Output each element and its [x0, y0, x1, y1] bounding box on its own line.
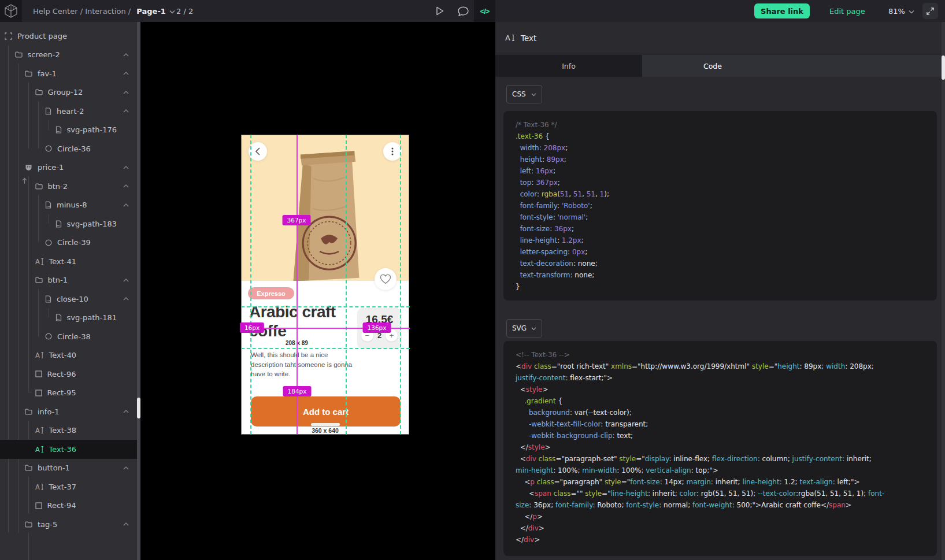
chevron-up-icon[interactable]	[123, 166, 129, 169]
code-line: <div class="paragraph-set" style="displa…	[516, 453, 925, 465]
chevron-up-icon[interactable]	[123, 109, 129, 113]
layer-row-svg-path-181[interactable]: svg-path-181	[0, 309, 137, 328]
chevron-up-icon[interactable]	[123, 72, 129, 75]
app-logo-icon[interactable]	[0, 0, 22, 22]
css-format-value: CSS	[512, 90, 526, 98]
sidebar-scrollbar-thumb[interactable]	[137, 398, 140, 418]
layer-row-rect-95[interactable]: Rect-95	[0, 384, 137, 403]
layer-row-close-10[interactable]: close-10	[0, 290, 137, 309]
chevron-up-icon[interactable]	[123, 466, 129, 470]
tab-info[interactable]: Info	[495, 55, 642, 77]
share-link-button[interactable]: Share link	[754, 3, 810, 18]
layer-row-heart-2[interactable]: heart-2	[0, 102, 137, 121]
code-panel-toggle[interactable]: </>	[474, 0, 495, 22]
product-title[interactable]: Arabic craft coffe	[249, 303, 350, 341]
selected-layer-type: Text	[521, 34, 536, 43]
layer-label: price-1	[38, 163, 64, 172]
layer-row-tag-5[interactable]: tag-5	[0, 515, 137, 534]
layer-row-btn-2[interactable]: btn-2	[0, 177, 137, 196]
layer-row-text-41[interactable]: AText-41	[0, 252, 137, 271]
layer-row-rect-94[interactable]: Rect-94	[0, 496, 137, 516]
layer-row-group-12[interactable]: Group-12	[0, 83, 137, 102]
rect-icon	[35, 502, 42, 509]
zoom-control[interactable]: 81%	[888, 0, 914, 22]
chevron-up-icon[interactable]	[123, 53, 129, 57]
layer-row-svg-path-183[interactable]: svg-path-183	[0, 214, 137, 233]
chevron-up-icon[interactable]	[123, 91, 129, 94]
code-line: text-transform: none;	[516, 269, 925, 281]
chevron-up-icon[interactable]	[123, 203, 129, 207]
layer-label: button-1	[38, 463, 70, 472]
back-chevron-icon	[255, 147, 260, 155]
measure-label-bottom: 184px	[283, 386, 312, 396]
topbar: Help Center / Interaction / Page-1 2 / 2…	[0, 0, 945, 22]
inspector-scrollbar-thumb[interactable]	[942, 55, 945, 80]
canvas[interactable]: Expresso Arabic craft coffe 208 x 89 16.…	[140, 22, 495, 560]
css-code-block[interactable]: /* Text-36 */.text-36 { width: 208px; he…	[503, 111, 937, 301]
svg-text:A: A	[35, 351, 40, 359]
fullscreen-button[interactable]	[922, 3, 938, 19]
chevron-up-icon[interactable]	[123, 410, 129, 413]
guide-right-margin	[400, 135, 401, 435]
layer-row-rect-96[interactable]: Rect-96	[0, 365, 137, 384]
category-tag[interactable]: Expresso	[248, 287, 294, 299]
css-format-dropdown[interactable]: CSS	[506, 85, 542, 103]
chevron-down-icon[interactable]	[169, 10, 175, 14]
file-icon	[55, 220, 62, 228]
tab-code[interactable]: Code	[642, 55, 783, 77]
text-icon: A	[35, 483, 44, 491]
layer-row-circle-36[interactable]: Circle-36	[0, 139, 137, 158]
product-image-area	[242, 135, 409, 281]
page-indicator: 2 / 2	[176, 0, 193, 22]
chevron-up-icon[interactable]	[123, 279, 129, 282]
layer-row-fav-1[interactable]: fav-1	[0, 64, 137, 83]
breadcrumb[interactable]: Help Center / Interaction / Page-1	[33, 0, 175, 22]
folder-icon	[35, 183, 43, 190]
guide-left-margin	[250, 135, 251, 435]
guide-text-top	[241, 306, 410, 307]
layer-row-circle-38[interactable]: Circle-38	[0, 327, 137, 346]
chevron-up-icon[interactable]	[123, 184, 129, 188]
chevron-up-icon[interactable]	[123, 522, 129, 526]
layer-row-screen-2[interactable]: screen-2	[0, 46, 137, 65]
layer-row-text-40[interactable]: AText-40	[0, 346, 137, 365]
layer-row-info-1[interactable]: info-1	[0, 402, 137, 421]
comment-button[interactable]	[454, 0, 472, 22]
circle-icon	[45, 239, 52, 246]
file-icon	[45, 107, 51, 115]
layer-row-minus-8[interactable]: minus-8	[0, 196, 137, 215]
measure-label-left: 16px	[240, 322, 264, 333]
rect-icon	[35, 370, 42, 377]
inspector-scrollbar[interactable]	[942, 22, 945, 560]
svg-code-block[interactable]: <!-- Text-36 --><div class="root rich-te…	[503, 341, 937, 556]
code-line: <p class="paragraph" style="font-size: 1…	[516, 476, 925, 488]
layer-row-text-38[interactable]: AText-38	[0, 421, 137, 440]
more-options-button[interactable]	[383, 142, 402, 161]
layer-row-price-1[interactable]: price-1	[0, 158, 137, 177]
text-icon: A	[35, 258, 44, 265]
code-line: </div>	[516, 522, 925, 534]
code-line: <style>	[516, 384, 925, 395]
layer-row-circle-39[interactable]: Circle-39	[0, 233, 137, 253]
layer-row-text-36[interactable]: AText-36	[0, 440, 137, 459]
layer-label: Text-40	[49, 351, 77, 359]
layer-row-svg-path-176[interactable]: svg-path-176	[0, 121, 137, 140]
layer-label: svg-path-181	[67, 313, 117, 322]
favorite-button[interactable]	[375, 268, 396, 290]
play-button[interactable]	[431, 0, 449, 22]
layer-row-text-37[interactable]: AText-37	[0, 477, 137, 496]
sidebar-scrollbar[interactable]	[137, 22, 140, 560]
layer-row-btn-1[interactable]: btn-1	[0, 271, 137, 290]
file-icon	[55, 314, 62, 321]
edit-page-link[interactable]: Edit page	[829, 0, 865, 22]
svg-format-dropdown[interactable]: SVG	[506, 319, 542, 338]
layer-row-button-1[interactable]: button-1	[0, 459, 137, 478]
add-to-cart-button[interactable]: Add to cart	[251, 396, 401, 427]
rect-icon	[35, 390, 42, 396]
chevron-up-icon[interactable]	[123, 297, 129, 301]
layer-label: tag-5	[38, 520, 57, 529]
product-page-frame[interactable]: Expresso Arabic craft coffe 208 x 89 16.…	[241, 135, 409, 435]
comment-icon	[458, 6, 469, 16]
layer-row-product page[interactable]: Product page	[0, 27, 137, 46]
layer-label: Rect-95	[47, 388, 76, 397]
